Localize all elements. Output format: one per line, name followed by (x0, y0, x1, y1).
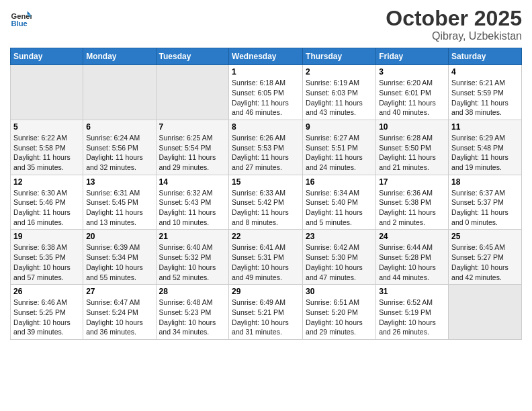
calendar-cell: 16 Sunrise: 6:34 AMSunset: 5:40 PMDaylig… (303, 175, 376, 230)
header: General Blue October 2025 Qibray, Uzbeki… (10, 7, 522, 42)
calendar-cell: 13 Sunrise: 6:31 AMSunset: 5:45 PMDaylig… (83, 175, 156, 230)
calendar-cell: 24 Sunrise: 6:44 AMSunset: 5:28 PMDaylig… (376, 230, 449, 285)
day-number: 7 (159, 122, 226, 132)
day-info: Sunrise: 6:49 AMSunset: 5:21 PMDaylight:… (232, 298, 300, 337)
day-info: Sunrise: 6:29 AMSunset: 5:48 PMDaylight:… (451, 133, 519, 173)
day-number: 6 (86, 122, 152, 132)
calendar-cell: 20 Sunrise: 6:39 AMSunset: 5:34 PMDaylig… (83, 230, 156, 285)
calendar-cell (83, 65, 156, 120)
col-monday: Monday (83, 48, 156, 65)
day-number: 22 (232, 232, 300, 241)
day-number: 21 (159, 232, 226, 241)
day-number: 11 (451, 122, 519, 132)
day-info: Sunrise: 6:45 AMSunset: 5:27 PMDaylight:… (451, 242, 519, 282)
col-thursday: Thursday (303, 48, 376, 65)
calendar-cell: 9 Sunrise: 6:27 AMSunset: 5:51 PMDayligh… (303, 120, 376, 175)
calendar-week-row: 26 Sunrise: 6:46 AMSunset: 5:25 PMDaylig… (11, 285, 522, 340)
calendar-week-row: 19 Sunrise: 6:38 AMSunset: 5:35 PMDaylig… (11, 230, 522, 285)
calendar-cell: 19 Sunrise: 6:38 AMSunset: 5:35 PMDaylig… (11, 230, 83, 285)
day-number: 12 (13, 177, 80, 187)
day-info: Sunrise: 6:38 AMSunset: 5:35 PMDaylight:… (13, 242, 80, 282)
day-info: Sunrise: 6:27 AMSunset: 5:51 PMDaylight:… (306, 133, 373, 173)
calendar-cell: 29 Sunrise: 6:49 AMSunset: 5:21 PMDaylig… (229, 285, 303, 340)
day-info: Sunrise: 6:40 AMSunset: 5:32 PMDaylight:… (159, 242, 226, 282)
month-title: October 2025 (386, 7, 522, 30)
day-info: Sunrise: 6:21 AMSunset: 5:59 PMDaylight:… (451, 78, 519, 118)
calendar-cell: 5 Sunrise: 6:22 AMSunset: 5:58 PMDayligh… (11, 120, 83, 175)
calendar-table: Sunday Monday Tuesday Wednesday Thursday… (10, 48, 522, 340)
calendar-cell: 23 Sunrise: 6:42 AMSunset: 5:30 PMDaylig… (303, 230, 376, 285)
calendar-cell: 25 Sunrise: 6:45 AMSunset: 5:27 PMDaylig… (449, 230, 522, 285)
calendar-cell: 6 Sunrise: 6:24 AMSunset: 5:56 PMDayligh… (83, 120, 156, 175)
calendar-week-row: 1 Sunrise: 6:18 AMSunset: 6:05 PMDayligh… (11, 65, 522, 120)
day-number: 29 (232, 287, 300, 296)
day-number: 23 (306, 232, 373, 241)
day-number: 25 (451, 232, 519, 241)
day-info: Sunrise: 6:46 AMSunset: 5:25 PMDaylight:… (13, 298, 80, 337)
day-info: Sunrise: 6:18 AMSunset: 6:05 PMDaylight:… (232, 78, 300, 118)
day-info: Sunrise: 6:30 AMSunset: 5:46 PMDaylight:… (13, 188, 80, 228)
calendar-cell: 21 Sunrise: 6:40 AMSunset: 5:32 PMDaylig… (156, 230, 229, 285)
calendar-cell (11, 65, 83, 120)
day-info: Sunrise: 6:44 AMSunset: 5:28 PMDaylight:… (379, 242, 445, 282)
col-friday: Friday (376, 48, 449, 65)
day-number: 28 (159, 287, 226, 296)
calendar-cell: 26 Sunrise: 6:46 AMSunset: 5:25 PMDaylig… (11, 285, 83, 340)
day-number: 31 (379, 287, 445, 296)
day-number: 8 (232, 122, 300, 132)
calendar-cell: 3 Sunrise: 6:20 AMSunset: 6:01 PMDayligh… (376, 65, 449, 120)
title-block: October 2025 Qibray, Uzbekistan (386, 7, 522, 42)
calendar-cell: 31 Sunrise: 6:52 AMSunset: 5:19 PMDaylig… (376, 285, 449, 340)
day-info: Sunrise: 6:36 AMSunset: 5:38 PMDaylight:… (379, 188, 445, 228)
day-number: 14 (159, 177, 226, 187)
calendar-cell: 12 Sunrise: 6:30 AMSunset: 5:46 PMDaylig… (11, 175, 83, 230)
day-info: Sunrise: 6:33 AMSunset: 5:42 PMDaylight:… (232, 188, 300, 228)
day-number: 13 (86, 177, 152, 187)
svg-text:Blue: Blue (11, 19, 28, 28)
day-info: Sunrise: 6:19 AMSunset: 6:03 PMDaylight:… (306, 78, 373, 118)
day-info: Sunrise: 6:37 AMSunset: 5:37 PMDaylight:… (451, 188, 519, 228)
calendar-week-row: 5 Sunrise: 6:22 AMSunset: 5:58 PMDayligh… (11, 120, 522, 175)
day-info: Sunrise: 6:42 AMSunset: 5:30 PMDaylight:… (306, 242, 373, 282)
day-info: Sunrise: 6:32 AMSunset: 5:43 PMDaylight:… (159, 188, 226, 228)
calendar-cell: 27 Sunrise: 6:47 AMSunset: 5:24 PMDaylig… (83, 285, 156, 340)
location: Qibray, Uzbekistan (386, 30, 522, 42)
day-number: 4 (451, 67, 519, 77)
calendar-week-row: 12 Sunrise: 6:30 AMSunset: 5:46 PMDaylig… (11, 175, 522, 230)
day-info: Sunrise: 6:41 AMSunset: 5:31 PMDaylight:… (232, 242, 300, 282)
calendar-cell: 4 Sunrise: 6:21 AMSunset: 5:59 PMDayligh… (449, 65, 522, 120)
calendar-cell: 2 Sunrise: 6:19 AMSunset: 6:03 PMDayligh… (303, 65, 376, 120)
day-number: 15 (232, 177, 300, 187)
day-info: Sunrise: 6:51 AMSunset: 5:20 PMDaylight:… (306, 298, 373, 337)
logo: General Blue (10, 7, 32, 28)
calendar-cell: 11 Sunrise: 6:29 AMSunset: 5:48 PMDaylig… (449, 120, 522, 175)
day-info: Sunrise: 6:24 AMSunset: 5:56 PMDaylight:… (86, 133, 152, 173)
day-info: Sunrise: 6:26 AMSunset: 5:53 PMDaylight:… (232, 133, 300, 173)
day-info: Sunrise: 6:25 AMSunset: 5:54 PMDaylight:… (159, 133, 226, 173)
col-sunday: Sunday (11, 48, 83, 65)
calendar-cell: 30 Sunrise: 6:51 AMSunset: 5:20 PMDaylig… (303, 285, 376, 340)
calendar-cell (156, 65, 229, 120)
day-number: 9 (306, 122, 373, 132)
day-number: 18 (451, 177, 519, 187)
day-number: 30 (306, 287, 373, 296)
col-wednesday: Wednesday (229, 48, 303, 65)
day-number: 1 (232, 67, 300, 77)
calendar-cell (449, 285, 522, 340)
day-info: Sunrise: 6:22 AMSunset: 5:58 PMDaylight:… (13, 133, 80, 173)
day-number: 2 (306, 67, 373, 77)
page: General Blue October 2025 Qibray, Uzbeki… (0, 0, 532, 411)
calendar-cell: 22 Sunrise: 6:41 AMSunset: 5:31 PMDaylig… (229, 230, 303, 285)
logo-icon: General Blue (10, 7, 32, 28)
calendar-cell: 7 Sunrise: 6:25 AMSunset: 5:54 PMDayligh… (156, 120, 229, 175)
day-info: Sunrise: 6:34 AMSunset: 5:40 PMDaylight:… (306, 188, 373, 228)
day-number: 16 (306, 177, 373, 187)
day-number: 10 (379, 122, 445, 132)
day-info: Sunrise: 6:31 AMSunset: 5:45 PMDaylight:… (86, 188, 152, 228)
day-number: 27 (86, 287, 152, 296)
day-info: Sunrise: 6:28 AMSunset: 5:50 PMDaylight:… (379, 133, 445, 173)
day-number: 24 (379, 232, 445, 241)
day-number: 3 (379, 67, 445, 77)
calendar-cell: 15 Sunrise: 6:33 AMSunset: 5:42 PMDaylig… (229, 175, 303, 230)
day-number: 5 (13, 122, 80, 132)
